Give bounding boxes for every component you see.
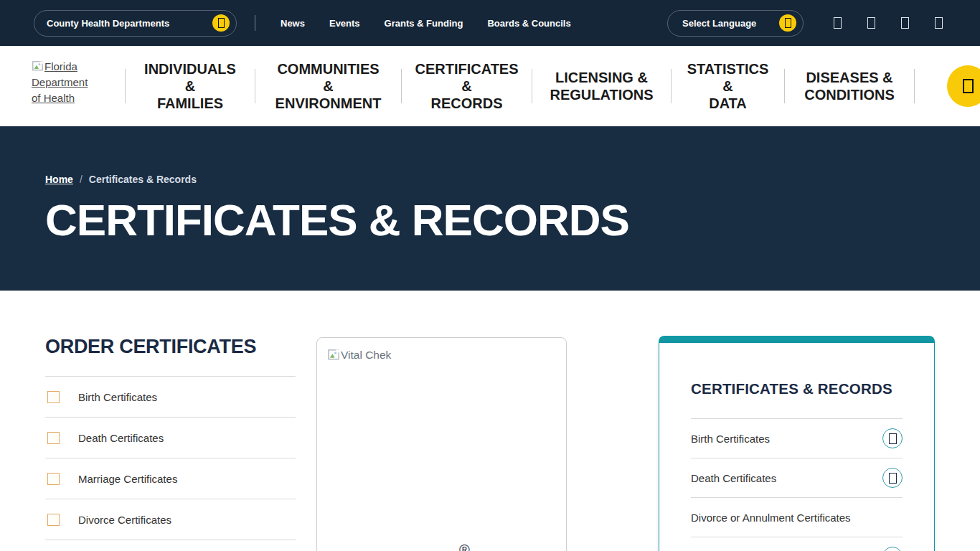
- breadcrumb-home-link[interactable]: Home: [45, 174, 73, 185]
- breadcrumb-separator: /: [80, 174, 83, 185]
- nav-certificates-records[interactable]: CERTIFICATES & RECORDS: [415, 60, 518, 112]
- boards-councils-link[interactable]: Boards & Councils: [487, 18, 570, 29]
- list-item-label: Marriage Certificates: [78, 473, 177, 485]
- breadcrumb: Home / Certificates & Records: [45, 174, 980, 185]
- nav-licensing-regulations[interactable]: LICENSING & REGULATIONS: [550, 69, 653, 103]
- topbar-divider: [255, 15, 255, 31]
- vitalchek-broken-image: Vital Chek: [327, 349, 556, 362]
- broken-icon-placeholder: [47, 391, 60, 403]
- records-link-list: Birth Certificates Death Certificates Di…: [691, 418, 903, 551]
- broken-icon-placeholder: [47, 473, 60, 485]
- county-health-departments-label: County Health Departments: [47, 18, 169, 29]
- missing-glyph-icon: [889, 433, 897, 444]
- search-button[interactable]: [947, 65, 980, 107]
- social-icons: [834, 17, 943, 29]
- missing-glyph-icon: [218, 18, 225, 28]
- order-certificates-list: Birth Certificates Death Certificates Ma…: [45, 376, 296, 540]
- record-link-birth-certificates[interactable]: Birth Certificates: [691, 419, 903, 458]
- page-content: ORDER CERTIFICATES Birth Certificates De…: [0, 291, 980, 551]
- broken-image-icon: [327, 349, 340, 362]
- utility-links: News Events Grants & Funding Boards & Co…: [281, 18, 571, 29]
- search-placeholder-icon: [963, 79, 974, 93]
- list-item-divorce-certificates[interactable]: Divorce Certificates: [45, 499, 296, 540]
- list-item-death-certificates[interactable]: Death Certificates: [45, 418, 296, 458]
- registered-mark: ®: [459, 542, 470, 551]
- select-language-label: Select Language: [682, 18, 756, 29]
- card-accent-bar: [659, 336, 935, 343]
- external-link-placeholder-icon: [882, 468, 903, 488]
- record-link-marriage-certificates[interactable]: Marriage Certificates: [691, 537, 903, 551]
- chevron-placeholder-icon: [212, 14, 230, 32]
- logo-alt-line: Florida: [44, 60, 77, 72]
- list-item-marriage-certificates[interactable]: Marriage Certificates: [45, 458, 296, 499]
- grants-funding-link[interactable]: Grants & Funding: [385, 18, 463, 29]
- card-body: CERTIFICATES & RECORDS Birth Certificate…: [659, 343, 935, 551]
- social-placeholder-icon-2[interactable]: [867, 17, 875, 29]
- select-language-button[interactable]: Select Language: [667, 10, 804, 37]
- nav-individuals-families[interactable]: INDIVIDUALS & FAMILIES: [144, 60, 236, 112]
- utility-bar: County Health Departments News Events Gr…: [0, 0, 980, 46]
- card-heading: CERTIFICATES & RECORDS: [691, 380, 903, 397]
- page-title: CERTIFICATES & RECORDS: [45, 194, 980, 245]
- record-link-label: Death Certificates: [691, 472, 776, 484]
- primary-menu: INDIVIDUALS & FAMILIES COMMUNITIES & ENV…: [125, 46, 915, 126]
- broken-icon-placeholder: [47, 432, 60, 444]
- list-item-label: Divorce Certificates: [78, 514, 171, 526]
- social-placeholder-icon-4[interactable]: [935, 17, 943, 29]
- broken-icon-placeholder: [47, 514, 60, 526]
- nav-statistics-data[interactable]: STATISTICS & DATA: [687, 60, 769, 112]
- site-logo[interactable]: Florida Department of Health: [32, 56, 106, 116]
- nav-diseases-conditions[interactable]: DISEASES & CONDITIONS: [804, 69, 895, 103]
- order-certificates-heading: ORDER CERTIFICATES: [45, 336, 296, 358]
- social-placeholder-icon-3[interactable]: [901, 17, 909, 29]
- county-health-departments-button[interactable]: County Health Departments: [34, 10, 237, 37]
- broken-image-icon: [32, 60, 44, 72]
- logo-alt-line: of Health: [32, 90, 106, 106]
- missing-glyph-icon: [785, 18, 791, 28]
- record-link-death-certificates[interactable]: Death Certificates: [691, 458, 903, 498]
- social-placeholder-icon-1[interactable]: [834, 17, 842, 29]
- external-link-placeholder-icon: [882, 547, 903, 551]
- vitalchek-card[interactable]: Vital Chek ®: [316, 337, 567, 551]
- nav-divider: [914, 69, 915, 103]
- main-navigation: Florida Department of Health INDIVIDUALS…: [0, 46, 980, 126]
- logo-alt-line: Department: [32, 75, 106, 90]
- record-link-label: Birth Certificates: [691, 433, 770, 445]
- certificates-records-card: CERTIFICATES & RECORDS Birth Certificate…: [659, 336, 935, 551]
- record-link-divorce-annulment-certificates[interactable]: Divorce or Annulment Certificates: [691, 498, 903, 537]
- events-link[interactable]: Events: [329, 18, 360, 29]
- vitalchek-image-alt: Vital Chek: [341, 349, 391, 362]
- page-hero: Home / Certificates & Records CERTIFICAT…: [0, 126, 980, 291]
- breadcrumb-current: Certificates & Records: [89, 174, 197, 185]
- missing-glyph-icon: [889, 473, 897, 484]
- record-link-label: Divorce or Annulment Certificates: [691, 512, 851, 524]
- list-item-label: Birth Certificates: [78, 391, 157, 403]
- news-link[interactable]: News: [281, 18, 305, 29]
- list-item-label: Death Certificates: [78, 432, 164, 444]
- order-certificates-section: ORDER CERTIFICATES Birth Certificates De…: [45, 336, 296, 540]
- nav-communities-environment[interactable]: COMMUNITIES & ENVIRONMENT: [275, 60, 382, 112]
- list-item-birth-certificates[interactable]: Birth Certificates: [45, 377, 296, 418]
- globe-placeholder-icon: [779, 14, 796, 32]
- external-link-placeholder-icon: [882, 428, 903, 448]
